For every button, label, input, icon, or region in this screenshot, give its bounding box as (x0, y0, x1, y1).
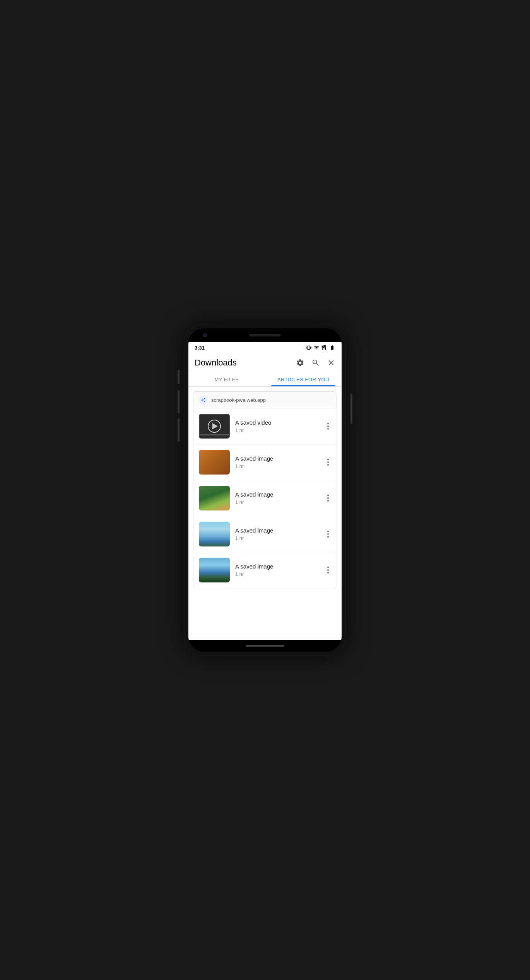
status-bar: 3:31 (188, 342, 342, 353)
battery-icon (329, 345, 335, 350)
more-button[interactable] (325, 528, 331, 540)
app-header: Downloads (188, 353, 342, 371)
vibrate-icon (306, 345, 311, 350)
power-button (350, 393, 352, 424)
more-dot (327, 500, 329, 502)
item-title: A saved image (235, 491, 325, 498)
more-dot (327, 567, 329, 568)
share-icon (199, 396, 207, 404)
play-triangle (212, 423, 218, 429)
more-dot (327, 464, 329, 466)
item-info: A saved image 1 hr (235, 563, 325, 577)
more-dot (327, 531, 329, 532)
source-name: scrapbook-pwa.web.app (211, 397, 266, 403)
wifi-icon (314, 345, 319, 350)
tab-my-files[interactable]: MY FILES (188, 371, 265, 386)
item-thumbnail-image (199, 522, 230, 546)
item-thumbnail-image (199, 558, 230, 582)
list-item[interactable]: A saved video 1 hr (193, 408, 337, 444)
more-dot (327, 423, 329, 424)
list-item[interactable]: A saved image 1 hr (193, 480, 337, 516)
item-thumbnail-video (199, 414, 230, 439)
item-info: A saved image 1 hr (235, 491, 325, 505)
play-circle (208, 420, 221, 433)
item-title: A saved video (235, 419, 325, 426)
silent-button (178, 418, 180, 442)
header-actions (296, 359, 335, 367)
close-button[interactable] (327, 359, 335, 367)
image-preview (199, 450, 230, 475)
volume-up-button (178, 370, 180, 384)
app-title: Downloads (195, 358, 237, 368)
more-button[interactable] (325, 456, 331, 468)
search-icon (311, 359, 320, 367)
item-meta: 1 hr (235, 427, 325, 433)
bottom-bar (188, 640, 342, 652)
speaker-grille (250, 334, 280, 336)
item-meta: 1 hr (235, 535, 325, 541)
status-time: 3:31 (195, 345, 205, 351)
settings-button[interactable] (296, 359, 304, 367)
image-preview (199, 486, 230, 510)
phone-device: 3:31 (184, 324, 346, 656)
more-dot (327, 569, 329, 571)
home-indicator (246, 645, 284, 647)
item-thumbnail-image (199, 450, 230, 475)
volume-down-button (178, 390, 180, 413)
source-header: scrapbook-pwa.web.app (193, 392, 337, 408)
phone-screen: 3:31 (188, 328, 342, 652)
more-button[interactable] (325, 564, 331, 576)
item-thumbnail-image (199, 486, 230, 510)
item-info: A saved image 1 hr (235, 455, 325, 469)
more-dot (327, 495, 329, 496)
top-bar (188, 328, 342, 342)
image-preview (199, 558, 230, 582)
front-camera (203, 333, 207, 337)
status-icons (306, 345, 335, 350)
item-meta: 1 hr (235, 571, 325, 577)
more-dot (327, 425, 329, 427)
more-button[interactable] (325, 492, 331, 504)
list-item[interactable]: A saved image 1 hr (193, 444, 337, 480)
list-item[interactable]: A saved image 1 hr (193, 552, 337, 588)
more-dot (327, 533, 329, 535)
item-title: A saved image (235, 527, 325, 534)
more-dot (327, 459, 329, 460)
tab-bar: MY FILES ARTICLES FOR YOU (188, 371, 342, 387)
item-meta: 1 hr (235, 499, 325, 505)
app-container: Downloads (188, 353, 342, 640)
more-dot (327, 428, 329, 430)
content-list[interactable]: scrapbook-pwa.web.app A saved video 1 hr (188, 387, 342, 640)
source-card: scrapbook-pwa.web.app A saved video 1 hr (193, 391, 337, 588)
more-button[interactable] (325, 420, 331, 432)
item-info: A saved video 1 hr (235, 419, 325, 433)
signal-icon (321, 345, 327, 350)
list-item[interactable]: A saved image 1 hr (193, 516, 337, 552)
more-dot (327, 572, 329, 574)
tab-articles-for-you[interactable]: ARTICLES FOR YOU (265, 371, 342, 386)
close-icon (327, 359, 335, 367)
image-preview (199, 522, 230, 546)
item-title: A saved image (235, 563, 325, 570)
more-dot (327, 497, 329, 499)
item-info: A saved image 1 hr (235, 527, 325, 541)
more-dot (327, 461, 329, 463)
item-title: A saved image (235, 455, 325, 462)
search-button[interactable] (311, 359, 320, 367)
more-dot (327, 536, 329, 538)
gear-icon (296, 359, 304, 367)
item-meta: 1 hr (235, 463, 325, 469)
